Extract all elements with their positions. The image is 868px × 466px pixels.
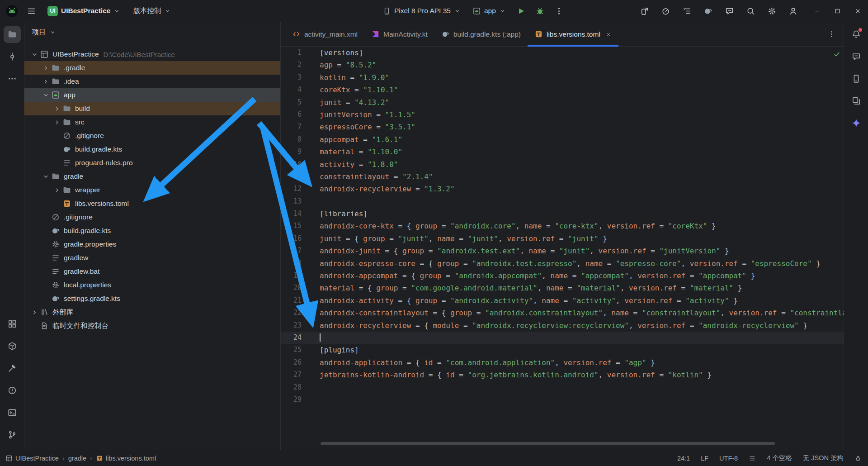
chevron-right-icon[interactable] <box>42 64 50 72</box>
more-tool-windows-icon[interactable] <box>4 70 21 87</box>
line-number[interactable]: 15 <box>281 220 320 232</box>
code-line[interactable]: androidx-espresso-core = { group = "andr… <box>320 257 821 270</box>
line-number[interactable]: 17 <box>281 245 320 257</box>
tree-item[interactable]: local.properties <box>24 278 280 292</box>
debug-button[interactable] <box>533 4 547 18</box>
line-number[interactable]: 22 <box>281 307 320 319</box>
tree-item[interactable]: .idea <box>24 75 280 88</box>
tree-item[interactable]: build.gradle.kts <box>24 224 280 238</box>
line-number[interactable]: 7 <box>281 121 320 133</box>
task-list-icon[interactable] <box>680 4 693 18</box>
chevron-down-icon[interactable] <box>31 51 38 58</box>
tree-item[interactable]: 临时文件和控制台 <box>24 319 280 333</box>
code-line[interactable]: androidx-recyclerview = "1.3.2" <box>320 183 455 195</box>
code-line[interactable]: androidx-recyclerview = { module = "andr… <box>320 319 807 332</box>
gemini-icon[interactable] <box>848 114 865 132</box>
line-number[interactable]: 4 <box>281 84 320 96</box>
tree-item[interactable]: src <box>24 115 280 129</box>
device-manager-icon[interactable] <box>848 70 865 87</box>
tree-item[interactable]: .gradle <box>24 61 280 75</box>
line-number[interactable]: 9 <box>281 146 320 158</box>
project-tool-icon[interactable] <box>4 26 21 43</box>
editor-widget[interactable] <box>749 455 756 462</box>
tree-item[interactable]: proguard-rules.pro <box>24 156 280 170</box>
line-number[interactable]: 14 <box>281 208 320 220</box>
close-button[interactable] <box>848 0 868 22</box>
terminal-tool-icon[interactable] <box>4 404 21 421</box>
tree-item[interactable]: .gitignore <box>24 129 280 143</box>
line-number[interactable]: 5 <box>281 96 320 109</box>
tree-item[interactable]: settings.gradle.kts <box>24 292 280 305</box>
line-number[interactable]: 13 <box>281 195 320 208</box>
line-number[interactable]: 26 <box>281 357 320 369</box>
resource-manager-tool-icon[interactable] <box>4 338 21 355</box>
code-line[interactable]: android-application = { id = "com.androi… <box>320 357 655 369</box>
code-line[interactable]: androidx-core-ktx = { group = "androidx.… <box>320 220 716 232</box>
version-control-tool-icon[interactable] <box>4 426 21 443</box>
code-line[interactable]: androidx-appcompat = { group = "androidx… <box>320 270 755 282</box>
notifications-icon[interactable] <box>848 26 865 43</box>
code-line[interactable]: material = "1.10.0" <box>320 146 402 158</box>
tab-close-icon[interactable] <box>605 31 612 38</box>
run-button[interactable] <box>514 4 528 18</box>
search-everywhere-icon[interactable] <box>744 4 757 18</box>
maximize-button[interactable] <box>827 0 848 22</box>
breadcrumb-item[interactable]: gradle <box>68 455 86 462</box>
line-number[interactable]: 2 <box>281 59 320 71</box>
code-line[interactable]: junit = { group = "junit", name = "junit… <box>320 233 607 245</box>
tree-item[interactable]: gradle <box>24 170 280 183</box>
json-schema[interactable]: 无 JSON 架构 <box>803 454 844 462</box>
build-tool-icon[interactable] <box>4 360 21 377</box>
line-number[interactable]: 12 <box>281 183 320 195</box>
ai-assistant-panel-icon[interactable] <box>848 48 865 65</box>
chevron-down-icon[interactable] <box>42 91 50 99</box>
line-number[interactable]: 1 <box>281 47 320 59</box>
indent-size[interactable]: 4 个空格 <box>767 454 792 462</box>
code-line[interactable]: activity = "1.8.0" <box>320 158 398 171</box>
caret-position[interactable]: 24:1 <box>677 455 690 462</box>
code-line[interactable]: androidx-junit = { group = "androidx.tes… <box>320 245 729 257</box>
code-line[interactable]: [libraries] <box>320 208 368 220</box>
tree-item[interactable]: libs.versions.toml <box>24 197 280 210</box>
run-configuration[interactable]: app <box>469 5 509 18</box>
tree-item[interactable]: build <box>24 102 280 115</box>
code-line[interactable]: material = { group = "com.google.android… <box>320 282 742 294</box>
ai-assistant-icon[interactable] <box>722 4 736 18</box>
readonly-toggle[interactable] <box>854 455 862 462</box>
profiler-icon[interactable] <box>659 4 672 18</box>
breadcrumb-item[interactable]: UIBestPractice <box>5 455 59 462</box>
problems-tool-icon[interactable] <box>4 382 21 399</box>
code-line[interactable]: junit = "4.13.2" <box>320 96 389 109</box>
code-line[interactable]: coreKtx = "1.10.1" <box>320 84 398 96</box>
structure-tool-icon[interactable] <box>4 315 21 333</box>
horizontal-scrollbar[interactable] <box>321 442 775 445</box>
device-mirror-icon[interactable] <box>637 4 651 18</box>
tree-item[interactable]: UIBestPracticeD:\Code\UIBestPractice <box>24 48 280 61</box>
code-line[interactable]: constraintlayout = "2.1.4" <box>320 171 433 183</box>
line-number[interactable]: 3 <box>281 71 320 84</box>
tree-item[interactable]: gradlew.bat <box>24 265 280 278</box>
line-number[interactable]: 11 <box>281 171 320 183</box>
code-line[interactable]: kotlin = "1.9.0" <box>320 71 389 84</box>
project-switcher[interactable]: UI UIBestPractice <box>44 4 124 19</box>
line-number[interactable]: 16 <box>281 233 320 245</box>
tree-item[interactable]: gradlew <box>24 251 280 265</box>
chevron-right-icon[interactable] <box>42 78 50 86</box>
minimize-button[interactable] <box>807 0 827 22</box>
device-selector[interactable]: Pixel 8 Pro API 35 <box>379 5 464 18</box>
line-number[interactable]: 18 <box>281 257 320 270</box>
more-actions-icon[interactable] <box>552 4 566 18</box>
line-number[interactable]: 21 <box>281 295 320 307</box>
running-devices-icon[interactable] <box>848 92 865 109</box>
line-number[interactable]: 29 <box>281 394 320 406</box>
main-menu-icon[interactable] <box>24 4 38 18</box>
vcs-widget[interactable]: 版本控制 <box>129 4 175 18</box>
tree-item[interactable]: gradle.properties <box>24 238 280 251</box>
tree-item[interactable]: wrapper <box>24 183 280 197</box>
account-icon[interactable] <box>786 4 800 18</box>
tab-build-gradle-kts-app[interactable]: build.gradle.kts (:app) <box>434 22 528 46</box>
code-line[interactable]: [versions] <box>320 47 363 59</box>
line-number[interactable]: 23 <box>281 319 320 332</box>
editor-tabs-options-icon[interactable] <box>826 29 837 40</box>
chevron-down-icon[interactable] <box>42 173 50 181</box>
